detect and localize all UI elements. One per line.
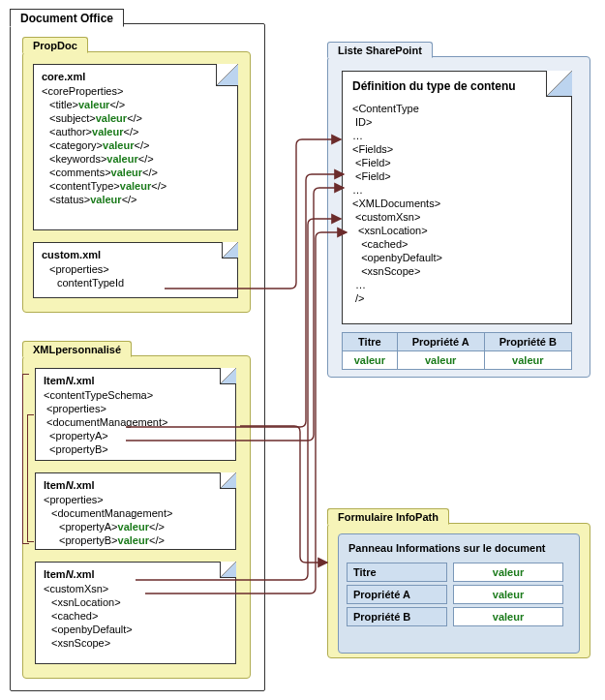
core-line: <subject>valeur</>: [42, 111, 229, 125]
sharepoint-panel: Liste SharePoint Définition du type de c…: [327, 56, 590, 378]
core-xml-doc: core.xml <coreProperties> <title>valeur<…: [33, 64, 238, 230]
sp-line: <xsnScope>: [352, 264, 561, 278]
xmlpers-title: XMLpersonnalisé: [22, 341, 132, 357]
itemn-c-doc: ItemN.xml <customXsn> <xsnLocation> <cac…: [35, 562, 236, 664]
sp-line: …: [352, 278, 561, 291]
sharepoint-doc-title: Définition du type de contenu: [352, 79, 561, 94]
ip-field[interactable]: valeur: [453, 585, 563, 604]
td-propb: valeur: [484, 351, 571, 370]
core-line: <author>valeur</>: [42, 125, 229, 138]
itemn-a-file: ItemN.xml: [44, 375, 95, 386]
core-line: <title>valeur</>: [42, 98, 229, 111]
ip-label: Propriété A: [347, 585, 447, 604]
th-propb: Propriété B: [484, 333, 571, 351]
th-propa: Propriété A: [397, 333, 484, 351]
dogear-icon: [220, 562, 236, 578]
xml-line: <properties>: [44, 493, 227, 506]
dogear-icon: [220, 472, 236, 489]
core-xml-file: core.xml: [42, 71, 229, 82]
xmlpers-panel: XMLpersonnalisé ItemN.xml <contentTypeSc…: [22, 355, 251, 679]
document-office-folder: Document Office PropDoc core.xml <corePr…: [10, 23, 265, 691]
infopath-panel-title: Panneau Informations sur le document: [343, 538, 575, 560]
xml-line: <contentTypeSchema>: [44, 388, 227, 402]
core-line: <status>valeur</>: [42, 193, 229, 206]
bracket-icon: [27, 414, 34, 542]
itemn-a-doc: ItemN.xml <contentTypeSchema> <propertie…: [35, 368, 236, 461]
xml-line: <properties>: [44, 402, 227, 415]
dogear-icon: [216, 64, 238, 86]
sp-line: <cached>: [352, 237, 561, 251]
custom-xml-doc: custom.xml <properties> contentTypeId: [33, 242, 238, 298]
ip-field[interactable]: valeur: [453, 563, 563, 582]
xml-line: <propertyA>valeur</>: [44, 520, 227, 533]
sp-line: <ContentType: [352, 102, 561, 115]
dogear-icon: [546, 71, 572, 97]
sp-line: <openbyDefault>: [352, 251, 561, 264]
custom-child: contentTypeId: [42, 276, 229, 289]
ip-label: Propriété B: [347, 607, 447, 626]
xml-line: <openbyDefault>: [44, 623, 227, 636]
sp-line: <xsnLocation>: [352, 224, 561, 237]
core-line: <comments>valeur</>: [42, 166, 229, 179]
sp-line: <customXsn>: [352, 210, 561, 224]
xml-line: <propertyB>: [44, 442, 227, 456]
xml-line: <propertyA>: [44, 429, 227, 442]
xml-line: <propertyB>valeur</>: [44, 533, 227, 547]
xml-line: <documentManagement>: [44, 506, 227, 520]
xml-line: <cached>: [44, 609, 227, 623]
td-propa: valeur: [397, 351, 484, 370]
ip-row-propa: Propriété A valeur: [347, 585, 571, 604]
sharepoint-title: Liste SharePoint: [327, 42, 433, 58]
core-root: <coreProperties>: [42, 84, 229, 98]
infopath-panel: Formulaire InfoPath Panneau Informations…: [327, 523, 590, 658]
sp-line: …: [352, 129, 561, 142]
itemn-b-file: ItemN.xml: [44, 479, 95, 491]
document-office-title: Document Office: [10, 9, 124, 27]
sharepoint-doc: Définition du type de contenu <ContentTy…: [342, 71, 572, 324]
sp-line: ID>: [352, 115, 561, 129]
ip-field[interactable]: valeur: [453, 607, 563, 626]
dogear-icon: [220, 368, 236, 384]
custom-xml-file: custom.xml: [42, 249, 229, 260]
sp-line: <XMLDocuments>: [352, 197, 561, 210]
infopath-title-real: Formulaire InfoPath: [327, 508, 449, 525]
sp-line: <Fields>: [352, 142, 561, 156]
infopath-inner: Panneau Informations sur le document Tit…: [338, 533, 580, 654]
ip-row-propb: Propriété B valeur: [347, 607, 571, 626]
ip-label: Titre: [347, 563, 447, 582]
propdoc-panel: PropDoc core.xml <coreProperties> <title…: [22, 51, 251, 313]
xml-line: <xsnScope>: [44, 636, 227, 650]
sharepoint-list-table: Titre Propriété A Propriété B valeur val…: [342, 332, 572, 370]
custom-root: <properties>: [42, 262, 229, 276]
core-line: <keywords>valeur</>: [42, 152, 229, 166]
sp-line: …: [352, 183, 561, 197]
sp-line: <Field>: [352, 169, 561, 183]
core-line: <category>valeur</>: [42, 138, 229, 152]
th-titre: Titre: [343, 333, 398, 351]
core-line: <contentType>valeur</>: [42, 179, 229, 193]
itemn-b-doc: ItemN.xml <properties> <documentManageme…: [35, 472, 236, 550]
ip-row-titre: Titre valeur: [347, 563, 571, 582]
propdoc-title: PropDoc: [22, 37, 88, 53]
xml-line: <customXsn>: [44, 582, 227, 595]
sp-line: />: [352, 291, 561, 305]
td-titre: valeur: [343, 351, 398, 370]
itemn-c-file: ItemN.xml: [44, 568, 95, 580]
sp-line: <Field>: [352, 156, 561, 169]
dogear-icon: [222, 242, 238, 259]
xml-line: <xsnLocation>: [44, 595, 227, 609]
xml-line: <documentManagement>: [44, 415, 227, 429]
